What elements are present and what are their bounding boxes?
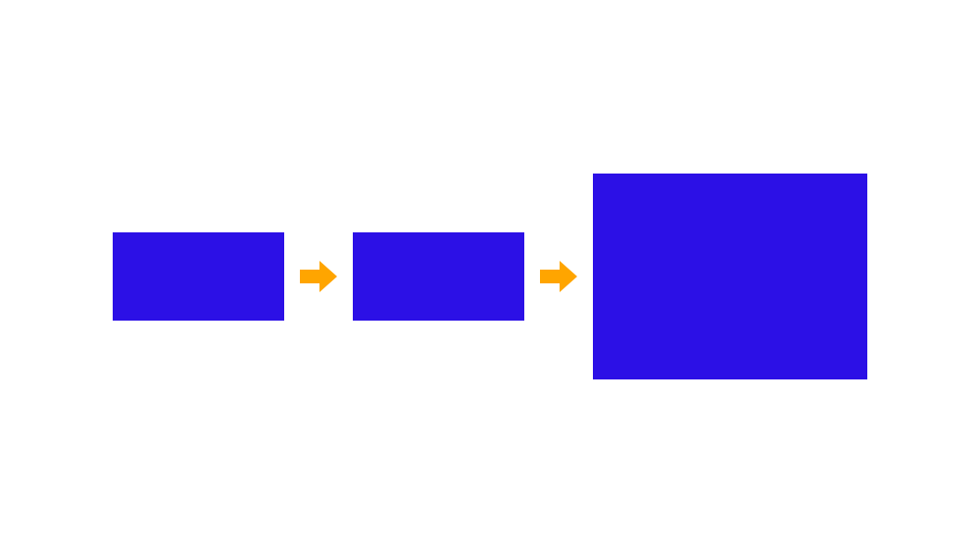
flow-block-1	[113, 232, 284, 321]
arrow-wrapper-1	[284, 257, 353, 296]
flow-row	[113, 174, 867, 379]
flow-block-3	[593, 174, 867, 379]
arrow-right-icon	[536, 257, 581, 296]
flow-block-2	[353, 232, 524, 321]
arrow-wrapper-2	[524, 257, 593, 296]
flow-diagram	[0, 0, 980, 552]
arrow-right-icon	[296, 257, 341, 296]
